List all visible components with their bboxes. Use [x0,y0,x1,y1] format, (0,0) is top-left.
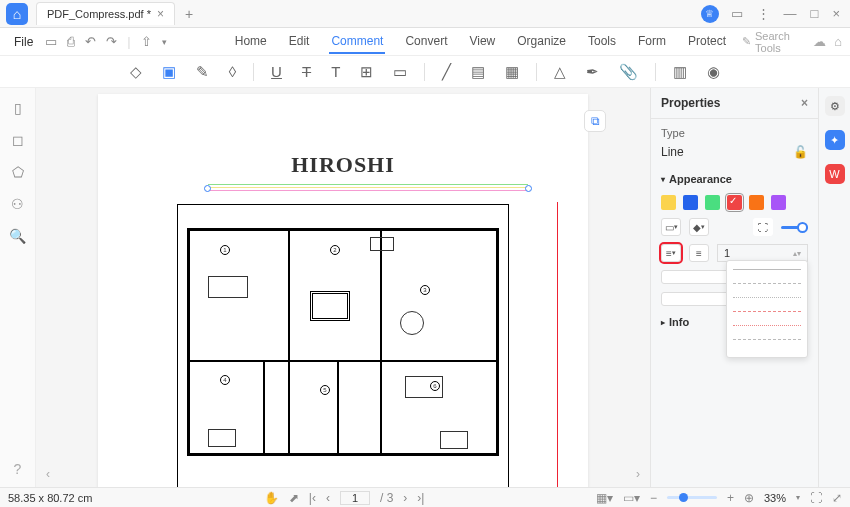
note-icon[interactable]: ▤ [468,60,488,84]
share-icon[interactable]: ⇧ [137,32,156,51]
menu-edit[interactable]: Edit [287,30,312,54]
menu-comment[interactable]: Comment [329,30,385,54]
swatch-yellow[interactable] [661,195,676,210]
lock-icon[interactable]: 🔓 [793,145,808,159]
floating-copy-button[interactable]: ⧉ [584,110,606,132]
canvas[interactable]: HIROSHI 1 2 3 4 5 6 [36,88,650,487]
menu-tools[interactable]: Tools [586,30,618,54]
menu-protect[interactable]: Protect [686,30,728,54]
style-dash-2[interactable] [733,297,801,307]
close-window-button[interactable]: × [830,4,842,23]
attachments-icon[interactable]: ⚇ [11,196,24,212]
first-page-icon[interactable]: |‹ [309,491,316,505]
kebab-icon[interactable]: ⋮ [755,4,772,23]
text-icon[interactable]: T [328,60,343,83]
next-page-icon[interactable]: › [403,491,407,505]
menu-home[interactable]: Home [233,30,269,54]
swatch-orange[interactable] [749,195,764,210]
close-panel-icon[interactable]: × [801,96,808,110]
textbox-icon[interactable]: ⊞ [357,60,376,84]
protect-icon[interactable]: ⬠ [12,164,24,180]
maximize-button[interactable]: □ [809,4,821,23]
highlight-icon[interactable]: ◇ [127,60,145,84]
swatch-red[interactable] [727,195,742,210]
ai-blue-icon[interactable]: ✦ [825,130,845,150]
style-dash-1[interactable] [733,283,801,293]
swatch-purple[interactable] [771,195,786,210]
eraser-icon[interactable]: ◊ [226,60,239,83]
caret-icon: ▸ [661,318,665,327]
zoom-slider[interactable] [667,496,717,499]
style-solid[interactable] [733,269,801,279]
style-dash-5[interactable] [733,339,801,349]
print-icon[interactable]: ⎙ [63,32,79,51]
help-icon[interactable]: ? [14,461,22,477]
select-tool-icon[interactable]: ⬈ [289,491,299,505]
settings-icon[interactable]: ⚙ [825,96,845,116]
search-tools[interactable]: ✎ Search Tools [742,30,811,54]
premium-badge[interactable]: ♕ [701,5,719,23]
dropdown-icon[interactable]: ▾ [158,35,171,49]
zoom-dropdown-icon[interactable]: ▾ [796,493,800,502]
fit-width-icon[interactable]: ⛶ [810,491,822,505]
document-tab[interactable]: PDF_Compress.pdf * × [36,2,175,25]
menu-organize[interactable]: Organize [515,30,568,54]
measure-icon[interactable]: △ [551,60,569,84]
scroll-right-icon[interactable]: › [636,467,640,481]
area-highlight-icon[interactable]: ▣ [159,60,179,84]
read-mode-icon[interactable]: ▭▾ [623,491,640,505]
fill-color-button[interactable]: ◆▾ [689,218,709,236]
line-annotation[interactable] [208,182,528,194]
hand-tool-icon[interactable]: ✋ [264,491,279,505]
swatch-blue[interactable] [683,195,698,210]
opacity-icon[interactable]: ⛶ [753,218,773,236]
underline-icon[interactable]: U [268,60,285,83]
redo-icon[interactable]: ↷ [102,32,121,51]
zoom-out-icon[interactable]: − [650,491,657,505]
hide-icon[interactable]: ◉ [704,60,723,84]
minimize-button[interactable]: — [782,4,799,23]
fullscreen-icon[interactable]: ⤢ [832,491,842,505]
ai-red-icon[interactable]: W [825,164,845,184]
thumbnails-icon[interactable]: ▯ [14,100,22,116]
strikethrough-icon[interactable]: T [299,60,314,83]
line-style-button[interactable]: ≡▾ [661,244,681,262]
swatch-green[interactable] [705,195,720,210]
last-page-icon[interactable]: ›| [417,491,424,505]
cloud-icon[interactable]: ☁ [813,34,826,49]
home-icon[interactable]: ⌂ [834,34,842,49]
close-tab-icon[interactable]: × [157,7,164,21]
handle-left[interactable] [204,185,211,192]
pdf-page: HIROSHI 1 2 3 4 5 6 [98,94,588,487]
handle-right[interactable] [525,185,532,192]
zoom-in-icon[interactable]: + [727,491,734,505]
prev-page-icon[interactable]: ‹ [326,491,330,505]
stroke-color-button[interactable]: ▭▾ [661,218,681,236]
page-input[interactable]: 1 [340,491,370,505]
opacity-slider[interactable] [781,226,809,229]
callout-icon[interactable]: ▭ [390,60,410,84]
signature-icon[interactable]: ✒ [583,60,602,84]
appearance-section[interactable]: ▾ Appearance [651,167,818,191]
search-icon[interactable]: 🔍 [9,228,26,244]
left-sidebar: ▯ ◻ ⬠ ⚇ 🔍 ? [0,88,36,487]
style-dash-3[interactable] [733,311,801,321]
stamp-icon[interactable]: ▦ [502,60,522,84]
add-tab-button[interactable]: + [181,6,197,22]
line-icon[interactable]: ╱ [439,60,454,84]
style-dash-4[interactable] [733,325,801,335]
pencil-icon[interactable]: ✎ [193,60,212,84]
view-mode-icon[interactable]: ▦▾ [596,491,613,505]
comments-list-icon[interactable]: ▥ [670,60,690,84]
open-icon[interactable]: ▭ [41,32,61,51]
scroll-left-icon[interactable]: ‹ [46,467,50,481]
menu-view[interactable]: View [467,30,497,54]
menu-convert[interactable]: Convert [403,30,449,54]
file-menu[interactable]: File [8,33,39,51]
bookmarks-icon[interactable]: ◻ [12,132,24,148]
attachment-icon[interactable]: 📎 [616,60,641,84]
undo-icon[interactable]: ↶ [81,32,100,51]
menu-form[interactable]: Form [636,30,668,54]
window-icon[interactable]: ▭ [729,4,745,23]
zoom-fit-icon[interactable]: ⊕ [744,491,754,505]
